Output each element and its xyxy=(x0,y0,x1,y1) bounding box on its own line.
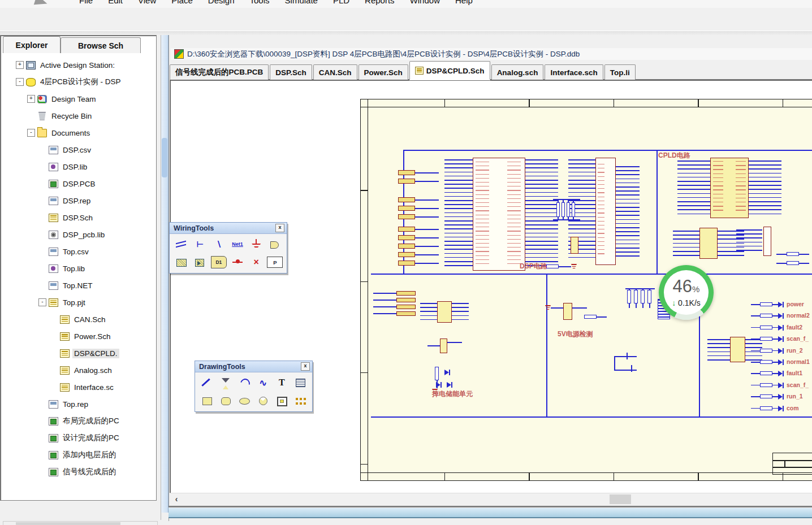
draw-tool-button[interactable] xyxy=(182,12,197,26)
menu-item[interactable]: Reports xyxy=(365,0,395,5)
tree-item[interactable]: 布局完成后的PC xyxy=(0,413,157,429)
wiring-tools-titlebar[interactable]: WiringTools x xyxy=(170,223,287,234)
toolbox-button[interactable] xyxy=(249,12,264,26)
document-tab[interactable]: Analog.sch xyxy=(491,64,544,80)
menu-item[interactable]: Design xyxy=(208,0,235,5)
net-label-tool[interactable]: Net1 xyxy=(228,237,247,251)
digital-device-tool[interactable]: D1 xyxy=(209,255,228,270)
area-select-button[interactable] xyxy=(197,12,211,26)
cut-button[interactable] xyxy=(167,12,182,26)
swap-button[interactable] xyxy=(211,12,226,26)
menu-item[interactable]: Window xyxy=(410,0,440,5)
tree-item[interactable]: Analog.sch xyxy=(0,362,157,379)
document-tab[interactable]: Power.Sch xyxy=(359,64,408,80)
close-icon[interactable]: x xyxy=(301,362,310,371)
tree-item[interactable]: + Design Team xyxy=(0,90,157,107)
download-progress-ring[interactable]: 46% ↓ 0.1K/s xyxy=(659,265,714,320)
zoom-in-button[interactable] xyxy=(78,12,93,26)
text-frame-tool[interactable] xyxy=(291,375,310,390)
tree-item[interactable]: Interface.sc xyxy=(0,379,157,396)
menu-item[interactable]: Edit xyxy=(108,0,123,5)
menu-item[interactable]: File xyxy=(79,0,93,5)
canvas-horizontal-scrollbar[interactable]: ‹ xyxy=(170,493,812,506)
drawing-tools-titlebar[interactable]: DrawingTools x xyxy=(195,361,312,372)
text-tool[interactable]: T xyxy=(273,375,291,390)
sheet-entry-tool[interactable] xyxy=(191,255,209,270)
wrench-button[interactable] xyxy=(286,12,301,26)
help-button[interactable] xyxy=(421,12,435,26)
tree-item[interactable]: Recycle Bin xyxy=(0,107,157,124)
tab-browse-sch[interactable]: Browse Sch xyxy=(61,37,141,53)
tree-item[interactable]: DSP_pcb.lib xyxy=(0,226,157,243)
no-erc-tool[interactable]: × xyxy=(247,255,266,270)
sheet-symbol-tool[interactable] xyxy=(172,255,191,270)
tree-item[interactable]: - Documents xyxy=(0,124,157,141)
zoom-out-button[interactable] xyxy=(93,12,107,26)
tree-expander[interactable]: - xyxy=(38,298,46,306)
bus-tool[interactable] xyxy=(191,237,209,251)
line-tool[interactable] xyxy=(197,375,216,390)
annotate-button[interactable] xyxy=(361,12,375,26)
tree-item[interactable]: 添加内电层后的 xyxy=(0,446,157,463)
explorer-toggle-button[interactable] xyxy=(3,12,18,26)
polygon-tool[interactable] xyxy=(216,375,235,390)
power-port-tool[interactable] xyxy=(247,237,266,251)
junction-tool[interactable] xyxy=(228,255,247,270)
tree-item[interactable]: Top.NET xyxy=(0,277,157,294)
tree-expander[interactable]: + xyxy=(27,95,35,103)
menu-item[interactable]: Place xyxy=(171,0,193,5)
tree-item[interactable]: - 4层PCB设计实例 - DSP xyxy=(0,73,157,90)
tree-item[interactable]: CAN.Sch xyxy=(0,311,157,328)
tree-item[interactable]: DSP.lib xyxy=(0,158,157,175)
menu-item[interactable]: Simulate xyxy=(285,0,318,5)
ellipse-tool[interactable] xyxy=(235,393,253,408)
tree-item[interactable]: + Active Design Station: xyxy=(0,57,157,73)
tree-item[interactable]: Power.Sch xyxy=(0,328,157,345)
document-tab[interactable]: DSP.Sch xyxy=(270,64,312,80)
signal-button[interactable] xyxy=(301,12,316,26)
tree-item[interactable]: Top.lib xyxy=(0,260,157,277)
document-tab[interactable]: DSP&CPLD.Sch xyxy=(409,61,490,80)
document-tab[interactable]: 信号线完成后的PCB.PCB xyxy=(170,64,269,80)
package-outline-button[interactable] xyxy=(323,12,338,26)
pcb-directive-tool[interactable]: P xyxy=(266,255,284,270)
tree-expander[interactable]: + xyxy=(16,61,24,69)
scrollbar-thumb[interactable] xyxy=(162,138,167,177)
round-rectangle-tool[interactable] xyxy=(216,393,235,408)
document-tab[interactable]: Top.li xyxy=(604,64,636,80)
pie-tool[interactable] xyxy=(254,393,273,408)
tree-item[interactable]: DSP.Sch xyxy=(0,209,157,226)
edit-wand-button[interactable] xyxy=(145,12,159,26)
tree-item[interactable]: DSP.rep xyxy=(0,192,157,209)
left-vertical-scrollbar[interactable] xyxy=(161,35,169,513)
save-button[interactable] xyxy=(41,12,55,26)
print-button[interactable] xyxy=(55,12,70,26)
menu-item[interactable]: Tools xyxy=(250,0,270,5)
move-button[interactable] xyxy=(226,12,241,26)
tree-item[interactable]: 信号线完成后的 xyxy=(0,463,157,480)
close-icon[interactable]: x xyxy=(275,224,284,232)
tree-item[interactable]: Top.rep xyxy=(0,396,157,413)
tree-expander[interactable]: - xyxy=(16,78,24,86)
arc-tool[interactable] xyxy=(235,375,253,390)
tree-item[interactable]: 设计完成后的PC xyxy=(0,429,157,446)
menu-item[interactable]: Help xyxy=(455,0,473,5)
scrollbar-thumb[interactable] xyxy=(610,494,631,504)
tree-item[interactable]: DSP.csv xyxy=(0,141,157,158)
zoom-document-button[interactable] xyxy=(107,12,122,26)
netlist-button[interactable] xyxy=(264,12,278,26)
undo-button[interactable] xyxy=(383,12,398,26)
graphic-tool[interactable] xyxy=(273,393,291,408)
menu-item[interactable]: PLD xyxy=(333,0,349,5)
redo-button[interactable] xyxy=(398,12,413,26)
rectangle-tool[interactable] xyxy=(197,393,216,408)
document-tab[interactable]: Interface.sch xyxy=(545,64,603,80)
tree-item[interactable]: DSP&CPLD. xyxy=(0,345,157,362)
document-tab[interactable]: CAN.Sch xyxy=(313,64,357,80)
package-filled-button[interactable] xyxy=(338,12,353,26)
tree-item[interactable]: Top.csv xyxy=(0,243,157,260)
array-paste-tool[interactable] xyxy=(291,393,310,408)
import-export-button[interactable] xyxy=(130,12,145,26)
open-document-button[interactable] xyxy=(26,12,41,26)
tab-explorer[interactable]: Explorer xyxy=(3,36,61,53)
